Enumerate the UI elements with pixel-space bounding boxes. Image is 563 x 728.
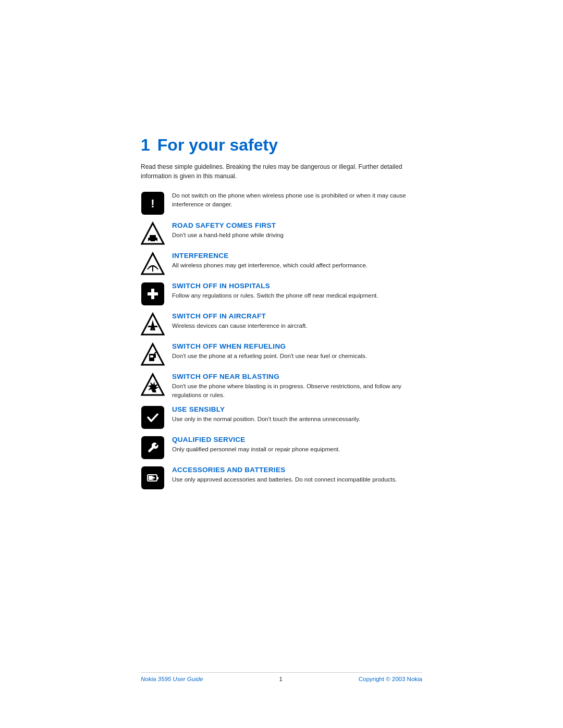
icon-qualified-service xyxy=(141,436,165,460)
item-text-interference: INTERFERENCE All wireless phones may get… xyxy=(172,251,422,270)
item-heading-road-safety: ROAD SAFETY COMES FIRST xyxy=(172,221,422,229)
chapter-number: 1 xyxy=(141,135,150,154)
chapter-title: 1For your safety xyxy=(141,135,422,155)
safety-item-blasting: SWITCH OFF NEAR BLASTING Don't use the p… xyxy=(141,372,422,399)
item-text-aircraft: SWITCH OFF IN AIRCRAFT Wireless devices … xyxy=(172,311,422,330)
svg-rect-9 xyxy=(148,292,158,295)
icon-square-checkmark xyxy=(141,406,164,429)
icon-aircraft xyxy=(141,312,165,336)
cross-icon xyxy=(145,287,160,301)
wrench-icon xyxy=(145,440,160,455)
svg-rect-18 xyxy=(149,476,153,480)
item-text-accessories-batteries: ACCESSORIES AND BATTERIES Use only appro… xyxy=(172,465,422,484)
safety-item-hospitals: SWITCH OFF IN HOSPITALS Follow any regul… xyxy=(141,281,422,306)
svg-point-5 xyxy=(155,240,157,242)
battery-icon xyxy=(145,471,160,485)
item-text-road-safety: ROAD SAFETY COMES FIRST Don't use a hand… xyxy=(172,220,422,240)
item-desc-aircraft: Wireless devices can cause interference … xyxy=(172,322,422,330)
icon-square-battery xyxy=(141,466,164,489)
item-desc-switch-off-prohibited: Do not switch on the phone when wireless… xyxy=(172,191,422,208)
item-heading-qualified-service: QUALIFIED SERVICE xyxy=(172,436,422,443)
icon-blasting xyxy=(141,373,165,397)
chapter-title-text: For your safety xyxy=(157,135,278,154)
icon-square-cross xyxy=(141,282,164,305)
item-text-use-sensibly: USE SENSIBLY Use only in the normal posi… xyxy=(172,404,422,424)
svg-rect-13 xyxy=(150,355,153,357)
safety-item-qualified-service: QUALIFIED SERVICE Only qualified personn… xyxy=(141,435,422,460)
item-text-blasting: SWITCH OFF NEAR BLASTING Don't use the p… xyxy=(172,372,422,399)
item-text-qualified-service: QUALIFIED SERVICE Only qualified personn… xyxy=(172,435,422,454)
triangle-fuel-icon xyxy=(141,342,165,366)
item-heading-interference: INTERFERENCE xyxy=(172,252,422,260)
safety-item-use-sensibly: USE SENSIBLY Use only in the normal posi… xyxy=(141,404,422,429)
item-text-switch-off-prohibited: Do not switch on the phone when wireless… xyxy=(172,190,422,208)
triangle-plane-icon xyxy=(141,312,165,336)
icon-interference xyxy=(141,252,165,276)
svg-rect-17 xyxy=(157,477,158,479)
item-text-refueling: SWITCH OFF WHEN REFUELING Don't use the … xyxy=(172,341,422,361)
item-heading-blasting: SWITCH OFF NEAR BLASTING xyxy=(172,373,422,380)
item-desc-refueling: Don't use the phone at a refueling point… xyxy=(172,352,422,361)
icon-accessories-batteries xyxy=(141,466,165,490)
icon-square-wrench xyxy=(141,436,164,459)
svg-text:!: ! xyxy=(151,197,154,210)
icon-exclamation: ! xyxy=(141,191,165,215)
item-text-hospitals: SWITCH OFF IN HOSPITALS Follow any regul… xyxy=(172,281,422,300)
item-desc-road-safety: Don't use a hand-held phone while drivin… xyxy=(172,231,422,240)
svg-rect-14 xyxy=(154,354,156,358)
item-desc-accessories-batteries: Use only approved accessories and batter… xyxy=(172,475,422,484)
safety-item-switch-off-prohibited: ! Do not switch on the phone when wirele… xyxy=(141,190,422,215)
triangle-car-icon xyxy=(141,221,165,245)
exclamation-icon: ! xyxy=(145,196,160,211)
icon-refueling xyxy=(141,342,165,366)
checkmark-icon xyxy=(145,410,160,425)
icon-road-safety xyxy=(141,221,165,245)
intro-text: Read these simple guidelines. Breaking t… xyxy=(141,162,422,181)
svg-rect-3 xyxy=(150,235,156,239)
safety-item-road-safety: ROAD SAFETY COMES FIRST Don't use a hand… xyxy=(141,220,422,245)
footer: Nokia 3595 User Guide 1 Copyright © 2003… xyxy=(141,672,422,682)
triangle-signal-icon xyxy=(141,252,165,276)
safety-item-accessories-batteries: ACCESSORIES AND BATTERIES Use only appro… xyxy=(141,465,422,490)
triangle-explosion-icon xyxy=(141,373,165,397)
page: 1For your safety Read these simple guide… xyxy=(0,0,563,728)
item-heading-use-sensibly: USE SENSIBLY xyxy=(172,405,422,413)
safety-item-interference: INTERFERENCE All wireless phones may get… xyxy=(141,251,422,276)
item-desc-blasting: Don't use the phone where blasting is in… xyxy=(172,382,422,399)
footer-page-number: 1 xyxy=(279,676,282,682)
icon-use-sensibly xyxy=(141,405,165,429)
item-desc-qualified-service: Only qualified personnel may install or … xyxy=(172,445,422,454)
safety-item-aircraft: SWITCH OFF IN AIRCRAFT Wireless devices … xyxy=(141,311,422,336)
item-desc-hospitals: Follow any regulations or rules. Switch … xyxy=(172,291,422,300)
item-heading-aircraft: SWITCH OFF IN AIRCRAFT xyxy=(172,312,422,320)
icon-square-exclamation: ! xyxy=(141,192,164,215)
footer-copyright: Copyright © 2003 Nokia xyxy=(359,676,422,682)
item-heading-refueling: SWITCH OFF WHEN REFUELING xyxy=(172,342,422,350)
item-desc-use-sensibly: Use only in the normal position. Don't t… xyxy=(172,415,422,424)
svg-point-4 xyxy=(149,240,151,242)
item-desc-interference: All wireless phones may get interference… xyxy=(172,261,422,270)
icon-hospitals xyxy=(141,282,165,306)
content-area: 1For your safety Read these simple guide… xyxy=(0,0,563,537)
item-heading-hospitals: SWITCH OFF IN HOSPITALS xyxy=(172,282,422,290)
safety-item-refueling: SWITCH OFF WHEN REFUELING Don't use the … xyxy=(141,341,422,366)
item-heading-accessories-batteries: ACCESSORIES AND BATTERIES xyxy=(172,466,422,474)
footer-left: Nokia 3595 User Guide xyxy=(141,676,203,682)
